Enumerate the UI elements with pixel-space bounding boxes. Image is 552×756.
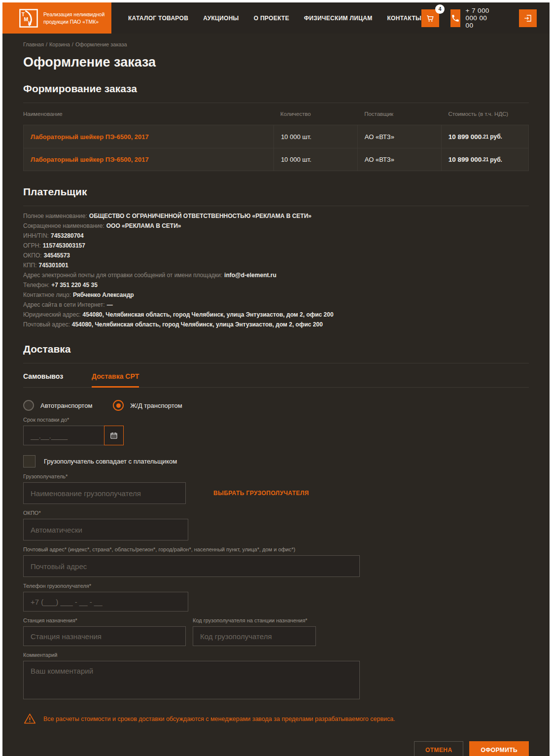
payer-field-postal-address: Почтовый адрес:454080, Челябинская облас… (23, 320, 529, 329)
deadline-date-input[interactable] (23, 426, 104, 445)
comment-textarea[interactable] (23, 661, 360, 699)
table-row: Лабораторный шейкер ПЭ-6500, 2017 10 000… (24, 125, 528, 148)
postal-address-input[interactable] (23, 555, 360, 577)
column-header-price: Стоимость (в т.ч. НДС) (441, 111, 529, 117)
okpo-input[interactable] (23, 519, 188, 540)
submit-order-button[interactable]: ОФОРМИТЬ (469, 741, 529, 756)
main-nav: КАТАЛОГ ТОВАРОВ АУКЦИОНЫ О ПРОЕКТЕ ФИЗИЧ… (128, 2, 421, 34)
row-supplier: АО «ВТЗ» (357, 148, 441, 171)
section-divider (23, 206, 529, 206)
page-title: Оформление заказа (23, 55, 529, 70)
phone-icon (451, 14, 460, 23)
tab-pickup[interactable]: Самовывоз (23, 368, 63, 388)
breadcrumb-separator: / (46, 41, 47, 47)
brand-logo-block[interactable]: Т М К Реализация неликвидной продукции П… (2, 2, 111, 34)
payer-field-short-name: Сокращенное наименование:ООО «РЕКЛАМА В … (23, 221, 529, 231)
payer-field-okpo: ОКПО:34545573 (23, 251, 529, 260)
tab-delivery-cpt[interactable]: Доставка CPT (92, 368, 139, 388)
cart-button[interactable]: 4 (421, 9, 439, 27)
top-navigation-bar: Т М К Реализация неликвидной продукции П… (2, 2, 550, 34)
product-link[interactable]: Лабораторный шейкер ПЭ-6500, 2017 (31, 156, 149, 163)
column-header-supplier: Поставщик (357, 111, 441, 117)
calendar-button[interactable] (104, 426, 124, 445)
payer-field-email: Адрес электронной почты для отправки соо… (23, 270, 529, 280)
breadcrumb-separator: / (72, 41, 73, 47)
breadcrumb-cart[interactable]: Корзина (49, 41, 70, 47)
transport-radio-group: Автотранспортом Ж/Д транспортом (23, 400, 529, 411)
payer-details: Полное наименование:ОБЩЕСТВО С ОГРАНИЧЕН… (23, 211, 529, 329)
payer-field-inn: ИНН/TIN:7453280704 (23, 231, 529, 241)
svg-text:К: К (28, 21, 32, 26)
radio-checked-icon[interactable] (113, 400, 124, 411)
payer-section-title: Плательщик (23, 186, 529, 198)
form-actions: ОТМЕНА ОФОРМИТЬ (23, 741, 529, 756)
postal-address-label: Почтовый адрес* (индекс*, страна*, облас… (23, 546, 529, 552)
deadline-label: Срок поставки до* (23, 417, 529, 423)
order-table-header: Наименование Количество Поставщик Стоимо… (23, 103, 529, 125)
same-as-payer-checkbox-row[interactable]: Грузополучатель совпадает с плательщиком (23, 455, 529, 468)
consignee-phone-input[interactable] (23, 592, 188, 612)
payer-field-website: Адрес сайта в сети Интернет:— (23, 300, 529, 310)
cart-count-badge: 4 (435, 4, 445, 14)
choose-consignee-button[interactable]: ВЫБРАТЬ ГРУЗОПОЛУЧАТЕЛЯ (213, 490, 309, 497)
section-divider (23, 363, 529, 363)
row-quantity: 10 000 шт. (274, 148, 357, 171)
comment-label: Комментарий (23, 652, 529, 658)
station-code-label: Код грузополучателя на станции назначени… (193, 617, 316, 623)
delivery-tabs: Самовывоз Доставка CPT (23, 368, 529, 388)
warning-text: Все расчеты стоимости и сроков доставки … (43, 716, 395, 722)
delivery-section-title: Доставка (23, 343, 529, 355)
nav-link-catalog[interactable]: КАТАЛОГ ТОВАРОВ (128, 15, 188, 22)
postal-address-field: Почтовый адрес* (индекс*, страна*, облас… (23, 546, 529, 577)
deadline-field: Срок поставки до* (23, 417, 529, 445)
same-as-payer-label: Грузополучатель совпадает с плательщиком (44, 458, 177, 465)
consignee-field: Грузополучатель* ВЫБРАТЬ ГРУЗОПОЛУЧАТЕЛЯ (23, 473, 529, 504)
radio-rail-transport[interactable]: Ж/Д транспортом (113, 400, 182, 411)
station-label: Станция назначения* (23, 617, 186, 623)
delivery-warning: Все расчеты стоимости и сроков доставки … (23, 712, 529, 725)
order-section-title: Формирование заказа (23, 83, 529, 95)
nav-link-auctions[interactable]: АУКЦИОНЫ (203, 15, 239, 22)
payer-field-legal-address: Юридический адрес:454080, Челябинская об… (23, 310, 529, 320)
payer-field-ogrn: ОГРН:1157453003157 (23, 241, 529, 251)
app-root: Т М К Реализация неликвидной продукции П… (2, 2, 550, 756)
phone-button[interactable] (450, 9, 460, 27)
okpo-label: ОКПО* (23, 510, 529, 516)
payer-field-full-name: Полное наименование:ОБЩЕСТВО С ОГРАНИЧЕН… (23, 211, 529, 221)
station-input[interactable] (23, 626, 186, 646)
consignee-phone-label: Телефон грузополучателя* (23, 583, 529, 589)
cancel-button[interactable]: ОТМЕНА (414, 741, 463, 756)
row-price: 10 899 000.21руб. (441, 148, 528, 171)
logout-button[interactable] (519, 9, 537, 27)
header-actions: 4 + 7 000 000 00 00 (421, 2, 550, 34)
consignee-input[interactable] (23, 482, 186, 504)
nav-link-about[interactable]: О ПРОЕКТЕ (254, 15, 289, 22)
station-fields-row: Станция назначения* Код грузополучателя … (23, 617, 529, 646)
table-row: Лабораторный шейкер ПЭ-6500, 2017 10 000… (24, 148, 528, 171)
calendar-icon (109, 431, 118, 440)
tmk-logo-icon: Т М К (19, 9, 38, 28)
column-header-qty: Количество (274, 111, 357, 117)
comment-field: Комментарий (23, 652, 529, 701)
exit-icon (523, 14, 532, 23)
station-code-field: Код грузополучателя на станции назначени… (193, 617, 316, 646)
payer-field-contact: Контактное лицо:Рябченко Александр (23, 290, 529, 300)
row-price: 10 899 000.21руб. (441, 125, 528, 148)
nav-link-contacts[interactable]: КОНТАКТЫ (387, 15, 421, 22)
product-link[interactable]: Лабораторный шейкер ПЭ-6500, 2017 (31, 133, 149, 141)
radio-auto-transport[interactable]: Автотранспортом (23, 400, 92, 411)
order-table-body: Лабораторный шейкер ПЭ-6500, 2017 10 000… (23, 125, 529, 171)
brand-tagline: Реализация неликвидной продукции ПАО «ТМ… (43, 11, 104, 25)
checkbox-unchecked-icon[interactable] (23, 455, 35, 468)
nav-link-individuals[interactable]: ФИЗИЧЕСКИМ ЛИЦАМ (304, 15, 373, 22)
row-quantity: 10 000 шт. (274, 125, 357, 148)
station-code-input[interactable] (193, 626, 316, 646)
station-field: Станция назначения* (23, 617, 186, 646)
radio-unchecked-icon[interactable] (23, 400, 34, 411)
breadcrumb-home[interactable]: Главная (23, 41, 44, 47)
okpo-field: ОКПО* (23, 510, 529, 540)
header-phone-number: + 7 000 000 00 00 (466, 7, 496, 29)
breadcrumb-current: Оформление заказа (75, 41, 127, 47)
consignee-label: Грузополучатель* (23, 473, 529, 479)
payer-field-phone: Телефон:+7 351 220 45 35 (23, 280, 529, 290)
